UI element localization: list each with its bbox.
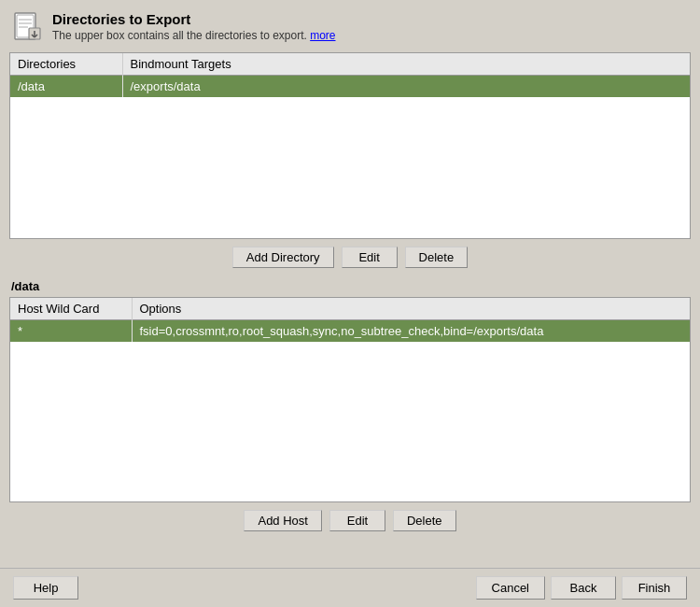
header-text: Directories to Export The upper box cont… [52,11,336,42]
page-title: Directories to Export [52,11,336,27]
bindmount-cell: /exports/data [122,76,690,98]
col-host-wildcard: Host Wild Card [10,298,132,320]
add-host-button[interactable]: Add Host [244,510,321,531]
add-directory-button[interactable]: Add Directory [232,247,334,268]
col-options: Options [132,298,690,320]
table-row[interactable]: *fsid=0,crossmnt,ro,root_squash,sync,no_… [10,320,690,343]
footer: Help Cancel Back Finish [0,568,700,607]
delete-directory-button[interactable]: Delete [405,247,469,268]
main-window: Directories to Export The upper box cont… [0,0,700,607]
upper-table: Directories Bindmount Targets /data/expo… [9,52,691,239]
edit-host-button[interactable]: Edit [329,510,385,531]
lower-table: Host Wild Card Options *fsid=0,crossmnt,… [9,297,691,502]
section-label: /data [9,275,691,297]
back-button[interactable]: Back [551,576,616,600]
directory-export-icon [13,11,41,43]
options-cell: fsid=0,crossmnt,ro,root_squash,sync,no_s… [132,320,690,343]
header: Directories to Export The upper box cont… [0,0,700,52]
cancel-button[interactable]: Cancel [476,576,545,600]
help-button[interactable]: Help [13,576,78,600]
directory-cell: /data [10,76,122,98]
table-row[interactable]: /data/exports/data [10,76,690,98]
footer-right-buttons: Cancel Back Finish [476,576,687,600]
lower-table-header: Host Wild Card Options [10,298,690,320]
lower-button-row: Add Host Edit Delete [9,502,691,539]
upper-table-header: Directories Bindmount Targets [10,53,690,76]
host-cell: * [10,320,132,343]
main-content: Directories Bindmount Targets /data/expo… [0,52,700,568]
col-directories: Directories [10,53,122,76]
edit-directory-button[interactable]: Edit [342,247,398,268]
delete-host-button[interactable]: Delete [393,510,456,531]
header-description: The upper box contains all the directori… [52,29,336,42]
more-link[interactable]: more [310,29,335,42]
finish-button[interactable]: Finish [622,576,687,600]
upper-button-row: Add Directory Edit Delete [9,239,691,275]
col-bindmount: Bindmount Targets [122,53,690,76]
